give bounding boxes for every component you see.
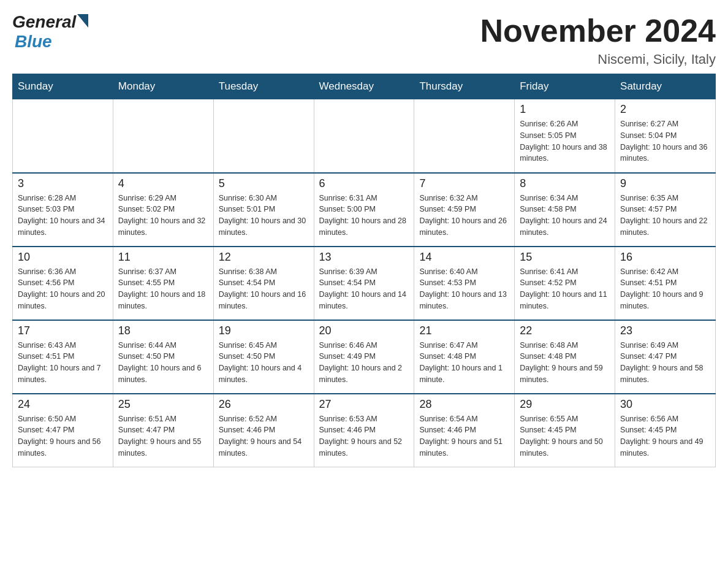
table-row: 10Sunrise: 6:36 AM Sunset: 4:56 PM Dayli… [13, 247, 113, 320]
table-row [414, 99, 515, 173]
calendar-week-row: 1Sunrise: 6:26 AM Sunset: 5:05 PM Daylig… [13, 99, 716, 173]
calendar-header-row: Sunday Monday Tuesday Wednesday Thursday… [13, 74, 716, 99]
table-row: 30Sunrise: 6:56 AM Sunset: 4:45 PM Dayli… [615, 394, 716, 467]
day-info: Sunrise: 6:38 AM Sunset: 4:54 PM Dayligh… [219, 266, 309, 312]
day-number: 27 [319, 398, 409, 411]
col-tuesday: Tuesday [213, 74, 314, 99]
calendar-week-row: 3Sunrise: 6:28 AM Sunset: 5:03 PM Daylig… [13, 173, 716, 247]
day-info: Sunrise: 6:34 AM Sunset: 4:58 PM Dayligh… [520, 193, 610, 239]
page-header: General Blue November 2024 Niscemi, Sici… [12, 12, 716, 67]
table-row: 18Sunrise: 6:44 AM Sunset: 4:50 PM Dayli… [113, 320, 213, 394]
table-row: 15Sunrise: 6:41 AM Sunset: 4:52 PM Dayli… [515, 247, 615, 320]
day-info: Sunrise: 6:54 AM Sunset: 4:46 PM Dayligh… [419, 413, 509, 459]
day-number: 13 [319, 251, 409, 264]
col-sunday: Sunday [13, 74, 113, 99]
table-row: 9Sunrise: 6:35 AM Sunset: 4:57 PM Daylig… [615, 173, 716, 247]
day-number: 19 [219, 324, 309, 337]
day-info: Sunrise: 6:27 AM Sunset: 5:04 PM Dayligh… [620, 118, 710, 164]
day-info: Sunrise: 6:43 AM Sunset: 4:51 PM Dayligh… [18, 340, 108, 386]
day-number: 25 [118, 398, 208, 411]
table-row: 7Sunrise: 6:32 AM Sunset: 4:59 PM Daylig… [414, 173, 515, 247]
day-number: 10 [18, 251, 108, 264]
day-info: Sunrise: 6:37 AM Sunset: 4:55 PM Dayligh… [118, 266, 208, 312]
calendar-week-row: 24Sunrise: 6:50 AM Sunset: 4:47 PM Dayli… [13, 394, 716, 467]
day-number: 29 [520, 398, 610, 411]
table-row: 29Sunrise: 6:55 AM Sunset: 4:45 PM Dayli… [515, 394, 615, 467]
day-number: 14 [419, 251, 509, 264]
day-info: Sunrise: 6:26 AM Sunset: 5:05 PM Dayligh… [520, 118, 610, 164]
day-number: 4 [118, 177, 208, 190]
table-row: 8Sunrise: 6:34 AM Sunset: 4:58 PM Daylig… [515, 173, 615, 247]
table-row: 23Sunrise: 6:49 AM Sunset: 4:47 PM Dayli… [615, 320, 716, 394]
day-number: 23 [620, 324, 710, 337]
day-info: Sunrise: 6:49 AM Sunset: 4:47 PM Dayligh… [620, 340, 710, 386]
table-row: 3Sunrise: 6:28 AM Sunset: 5:03 PM Daylig… [13, 173, 113, 247]
day-number: 1 [520, 103, 610, 116]
day-info: Sunrise: 6:41 AM Sunset: 4:52 PM Dayligh… [520, 266, 610, 312]
col-saturday: Saturday [615, 74, 716, 99]
day-info: Sunrise: 6:36 AM Sunset: 4:56 PM Dayligh… [18, 266, 108, 312]
day-number: 18 [118, 324, 208, 337]
day-number: 16 [620, 251, 710, 264]
day-info: Sunrise: 6:45 AM Sunset: 4:50 PM Dayligh… [219, 340, 309, 386]
table-row: 25Sunrise: 6:51 AM Sunset: 4:47 PM Dayli… [113, 394, 213, 467]
day-info: Sunrise: 6:56 AM Sunset: 4:45 PM Dayligh… [620, 413, 710, 459]
day-info: Sunrise: 6:30 AM Sunset: 5:01 PM Dayligh… [219, 193, 309, 239]
day-info: Sunrise: 6:51 AM Sunset: 4:47 PM Dayligh… [118, 413, 208, 459]
table-row: 5Sunrise: 6:30 AM Sunset: 5:01 PM Daylig… [213, 173, 314, 247]
day-info: Sunrise: 6:42 AM Sunset: 4:51 PM Dayligh… [620, 266, 710, 312]
logo: General Blue [12, 12, 88, 52]
day-number: 17 [18, 324, 108, 337]
col-monday: Monday [113, 74, 213, 99]
calendar-table: Sunday Monday Tuesday Wednesday Thursday… [12, 74, 716, 467]
day-number: 2 [620, 103, 710, 116]
title-section: November 2024 Niscemi, Sicily, Italy [480, 12, 716, 67]
day-info: Sunrise: 6:44 AM Sunset: 4:50 PM Dayligh… [118, 340, 208, 386]
day-number: 8 [520, 177, 610, 190]
table-row: 24Sunrise: 6:50 AM Sunset: 4:47 PM Dayli… [13, 394, 113, 467]
table-row: 27Sunrise: 6:53 AM Sunset: 4:46 PM Dayli… [314, 394, 414, 467]
col-friday: Friday [515, 74, 615, 99]
day-number: 11 [118, 251, 208, 264]
col-thursday: Thursday [414, 74, 515, 99]
day-number: 21 [419, 324, 509, 337]
table-row: 12Sunrise: 6:38 AM Sunset: 4:54 PM Dayli… [213, 247, 314, 320]
table-row: 1Sunrise: 6:26 AM Sunset: 5:05 PM Daylig… [515, 99, 615, 173]
table-row: 19Sunrise: 6:45 AM Sunset: 4:50 PM Dayli… [213, 320, 314, 394]
table-row [113, 99, 213, 173]
table-row: 14Sunrise: 6:40 AM Sunset: 4:53 PM Dayli… [414, 247, 515, 320]
day-info: Sunrise: 6:52 AM Sunset: 4:46 PM Dayligh… [219, 413, 309, 459]
day-number: 12 [219, 251, 309, 264]
day-info: Sunrise: 6:47 AM Sunset: 4:48 PM Dayligh… [419, 340, 509, 386]
logo-arrow-icon [77, 14, 88, 28]
day-number: 3 [18, 177, 108, 190]
day-info: Sunrise: 6:31 AM Sunset: 5:00 PM Dayligh… [319, 193, 409, 239]
day-info: Sunrise: 6:28 AM Sunset: 5:03 PM Dayligh… [18, 193, 108, 239]
day-number: 28 [419, 398, 509, 411]
day-info: Sunrise: 6:40 AM Sunset: 4:53 PM Dayligh… [419, 266, 509, 312]
day-number: 9 [620, 177, 710, 190]
day-number: 7 [419, 177, 509, 190]
logo-general-text: General [12, 12, 76, 32]
day-info: Sunrise: 6:39 AM Sunset: 4:54 PM Dayligh… [319, 266, 409, 312]
day-info: Sunrise: 6:55 AM Sunset: 4:45 PM Dayligh… [520, 413, 610, 459]
day-number: 26 [219, 398, 309, 411]
table-row [13, 99, 113, 173]
day-number: 24 [18, 398, 108, 411]
table-row: 21Sunrise: 6:47 AM Sunset: 4:48 PM Dayli… [414, 320, 515, 394]
location-subtitle: Niscemi, Sicily, Italy [480, 52, 716, 67]
day-number: 22 [520, 324, 610, 337]
col-wednesday: Wednesday [314, 74, 414, 99]
day-info: Sunrise: 6:46 AM Sunset: 4:49 PM Dayligh… [319, 340, 409, 386]
day-info: Sunrise: 6:29 AM Sunset: 5:02 PM Dayligh… [118, 193, 208, 239]
table-row [314, 99, 414, 173]
table-row: 11Sunrise: 6:37 AM Sunset: 4:55 PM Dayli… [113, 247, 213, 320]
table-row: 2Sunrise: 6:27 AM Sunset: 5:04 PM Daylig… [615, 99, 716, 173]
table-row: 13Sunrise: 6:39 AM Sunset: 4:54 PM Dayli… [314, 247, 414, 320]
table-row: 26Sunrise: 6:52 AM Sunset: 4:46 PM Dayli… [213, 394, 314, 467]
month-title: November 2024 [480, 12, 716, 49]
table-row: 16Sunrise: 6:42 AM Sunset: 4:51 PM Dayli… [615, 247, 716, 320]
day-number: 15 [520, 251, 610, 264]
day-info: Sunrise: 6:50 AM Sunset: 4:47 PM Dayligh… [18, 413, 108, 459]
day-info: Sunrise: 6:48 AM Sunset: 4:48 PM Dayligh… [520, 340, 610, 386]
